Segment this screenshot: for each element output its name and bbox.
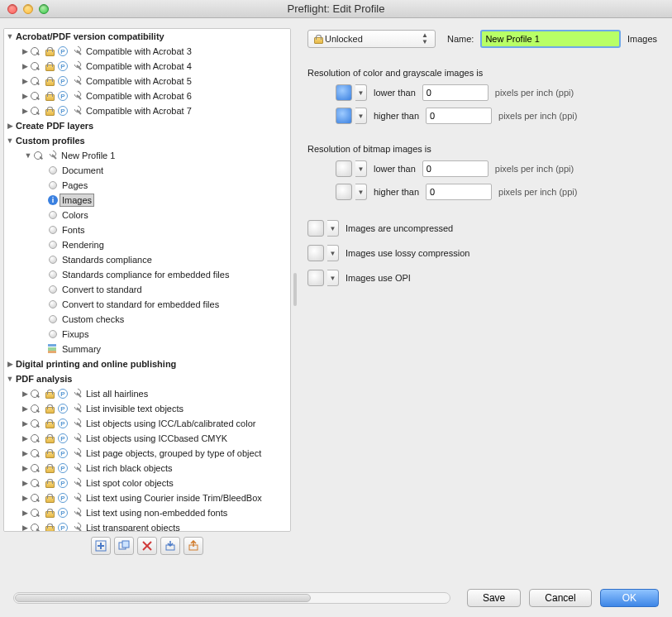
magnifier-icon [29, 90, 41, 102]
tree-item[interactable]: Document [4, 163, 290, 178]
magnifier-icon [29, 45, 41, 57]
import-button[interactable] [160, 537, 180, 555]
wrench-icon [71, 60, 83, 72]
tree-item[interactable]: ▶PList rich black objects [4, 461, 290, 476]
tree-item[interactable]: Convert to standard [4, 282, 290, 297]
chevron-down-icon[interactable]: ▼ [327, 270, 339, 286]
chevron-down-icon[interactable]: ▼ [355, 160, 367, 177]
lock-icon [43, 403, 55, 414]
tree-item[interactable]: Fixups [4, 327, 290, 342]
tree-item[interactable]: ▶PList invisible text objects [4, 401, 290, 416]
lossy-label: Images use lossy compression [346, 248, 469, 258]
chevron-down-icon[interactable]: ▼ [327, 245, 339, 261]
lossy-toggle[interactable] [307, 245, 324, 261]
profile-p-icon: P [57, 90, 69, 102]
profile-p-icon: P [57, 105, 69, 117]
tree-item[interactable]: Standards compliance [4, 252, 290, 267]
tree-item[interactable]: ▶PList objects using ICCbased CMYK [4, 431, 290, 446]
bitmap-higher-input[interactable] [426, 184, 492, 200]
bullet-icon [47, 239, 59, 251]
tree-item[interactable]: ▶PList text using Courier inside Trim/Bl… [4, 490, 290, 505]
add-button[interactable] [91, 537, 111, 555]
bullet-icon [47, 224, 59, 236]
horizontal-scrollbar[interactable] [13, 592, 450, 604]
color-lower-toggle[interactable] [336, 84, 352, 101]
tree-item[interactable]: ▶PCompatible with Acrobat 3 [4, 44, 290, 59]
unlock-icon [312, 33, 323, 45]
chevron-down-icon[interactable]: ▼ [355, 84, 367, 101]
chevron-down-icon[interactable]: ▼ [355, 184, 367, 200]
lock-icon [43, 492, 55, 504]
profile-tree[interactable]: ▼Acrobat/PDF version compatibility ▶PCom… [3, 28, 291, 532]
tree-item[interactable]: Custom checks [4, 312, 290, 327]
tree-item[interactable]: Standards compliance for embedded files [4, 267, 290, 282]
info-icon: i [47, 194, 59, 206]
bullet-icon [47, 254, 59, 265]
profile-p-icon: P [57, 60, 69, 72]
wrench-icon [71, 492, 83, 504]
tree-item[interactable]: ▶PList all hairlines [4, 386, 290, 401]
tree-item[interactable]: ▶PCompatible with Acrobat 6 [4, 88, 290, 103]
duplicate-button[interactable] [114, 537, 134, 555]
tree-item[interactable]: Rendering [4, 237, 290, 252]
wrench-icon [71, 447, 83, 459]
color-higher-toggle[interactable] [336, 108, 352, 124]
tree-item[interactable]: Pages [4, 178, 290, 193]
pane-divider[interactable] [291, 18, 299, 560]
export-button[interactable] [183, 537, 203, 555]
save-button[interactable]: Save [467, 589, 521, 607]
color-higher-input[interactable] [426, 108, 492, 124]
profile-p-icon: P [57, 507, 69, 519]
tree-item[interactable]: ▶PList text using non-embedded fonts [4, 505, 290, 520]
lock-dropdown[interactable]: Unlocked ▲▼ [307, 30, 436, 48]
tree-item[interactable]: ▶PList page objects, grouped by type of … [4, 446, 290, 461]
tree-item[interactable]: ▶PCompatible with Acrobat 5 [4, 74, 290, 88]
color-lower-label: lower than [374, 88, 416, 98]
lock-icon [43, 447, 55, 459]
tree-item[interactable]: iImages [4, 193, 290, 208]
bitmap-higher-toggle[interactable] [336, 184, 352, 200]
cancel-button[interactable]: Cancel [529, 589, 591, 607]
profile-p-icon: P [57, 447, 69, 459]
tree-group-acrobat[interactable]: ▼Acrobat/PDF version compatibility [4, 29, 290, 44]
tree-item[interactable]: ▶PCompatible with Acrobat 7 [4, 103, 290, 118]
tree-item[interactable]: ▶PCompatible with Acrobat 4 [4, 59, 290, 74]
uncompressed-toggle[interactable] [307, 220, 324, 237]
profile-p-icon: P [57, 492, 69, 504]
tree-item-new-profile[interactable]: ▼ New Profile 1 [4, 148, 290, 163]
wrench-icon [71, 388, 83, 399]
bitmap-lower-input[interactable] [422, 160, 489, 177]
wrench-icon [71, 418, 83, 429]
window-title: Preflight: Edit Profile [0, 2, 672, 15]
color-lower-input[interactable] [422, 84, 489, 101]
profile-name-input[interactable] [480, 30, 621, 48]
tree-group-create-layers[interactable]: ▶Create PDF layers [4, 118, 290, 133]
lock-icon [43, 462, 55, 474]
tree-item[interactable]: Convert to standard for embedded files [4, 297, 290, 312]
chevron-down-icon[interactable]: ▼ [355, 108, 367, 124]
ppi-unit: pixels per inch (ppi) [495, 164, 574, 174]
tree-group-analysis[interactable]: ▼PDF analysis [4, 371, 290, 386]
tree-item[interactable]: ▶PList spot color objects [4, 476, 290, 490]
tree-item[interactable]: Fonts [4, 222, 290, 237]
color-res-heading: Resolution of color and grayscale images… [307, 68, 657, 78]
tree-group-digital[interactable]: ▶Digital printing and online publishing [4, 356, 290, 371]
bitmap-lower-toggle[interactable] [336, 160, 352, 177]
tree-item[interactable]: ▶PList objects using ICC/Lab/calibrated … [4, 416, 290, 431]
magnifier-icon [32, 150, 44, 161]
wrench-icon [71, 462, 83, 474]
tree-item[interactable]: ▶PList transparent objects [4, 520, 290, 532]
lock-icon [43, 90, 55, 102]
tree-item[interactable]: Summary [4, 342, 290, 356]
opi-toggle[interactable] [307, 270, 324, 286]
wrench-icon [71, 433, 83, 444]
tree-group-custom[interactable]: ▼Custom profiles [4, 133, 290, 148]
delete-button[interactable] [137, 537, 157, 555]
summary-icon [47, 343, 59, 355]
tree-item[interactable]: Colors [4, 208, 290, 222]
chevron-down-icon[interactable]: ▼ [327, 220, 339, 237]
titlebar: Preflight: Edit Profile [0, 0, 672, 18]
ok-button[interactable]: OK [600, 589, 659, 607]
profile-p-icon: P [57, 522, 69, 532]
svg-rect-4 [122, 541, 129, 548]
